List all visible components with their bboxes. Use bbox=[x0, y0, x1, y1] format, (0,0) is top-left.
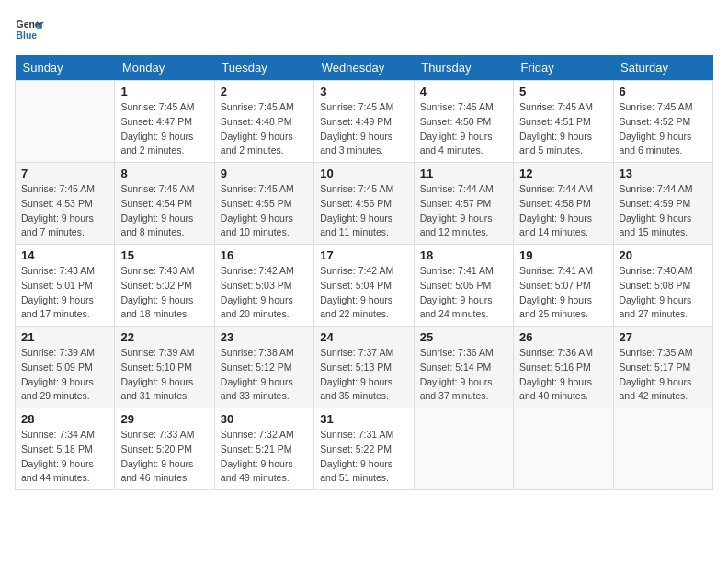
day-info: Sunrise: 7:41 AMSunset: 5:07 PMDaylight:… bbox=[519, 264, 607, 322]
weekday-header: Monday bbox=[115, 55, 214, 81]
calendar-table: SundayMondayTuesdayWednesdayThursdayFrid… bbox=[15, 55, 713, 490]
sunrise-text: Sunrise: 7:33 AM bbox=[120, 428, 208, 442]
day-info: Sunrise: 7:33 AMSunset: 5:20 PMDaylight:… bbox=[120, 428, 208, 486]
sunrise-text: Sunrise: 7:42 AM bbox=[320, 264, 407, 279]
sunrise-text: Sunrise: 7:45 AM bbox=[320, 182, 407, 197]
sunrise-text: Sunrise: 7:45 AM bbox=[221, 100, 308, 115]
sunset-text: Sunset: 5:10 PM bbox=[120, 361, 208, 375]
daylight-text: Daylight: 9 hours and 7 minutes. bbox=[21, 212, 108, 241]
daylight-text: Daylight: 9 hours and 4 minutes. bbox=[420, 130, 507, 159]
day-number: 19 bbox=[519, 248, 607, 262]
daylight-text: Daylight: 9 hours and 12 minutes. bbox=[420, 212, 507, 241]
sunset-text: Sunset: 5:13 PM bbox=[320, 361, 407, 375]
header-row: SundayMondayTuesdayWednesdayThursdayFrid… bbox=[16, 55, 713, 81]
calendar-week-row: 1Sunrise: 7:45 AMSunset: 4:47 PMDaylight… bbox=[16, 81, 713, 163]
sunset-text: Sunset: 5:18 PM bbox=[21, 442, 108, 457]
calendar-cell bbox=[16, 81, 115, 163]
weekday-header: Sunday bbox=[16, 55, 115, 81]
sunset-text: Sunset: 4:59 PM bbox=[620, 197, 707, 212]
daylight-text: Daylight: 9 hours and 3 minutes. bbox=[320, 130, 407, 159]
calendar-cell: 8Sunrise: 7:45 AMSunset: 4:54 PMDaylight… bbox=[115, 163, 214, 245]
sunset-text: Sunset: 5:05 PM bbox=[420, 279, 507, 293]
day-number: 24 bbox=[320, 330, 407, 344]
daylight-text: Daylight: 9 hours and 10 minutes. bbox=[221, 212, 308, 241]
sunset-text: Sunset: 4:54 PM bbox=[120, 197, 208, 212]
calendar-cell: 27Sunrise: 7:35 AMSunset: 5:17 PMDayligh… bbox=[613, 327, 712, 408]
day-info: Sunrise: 7:35 AMSunset: 5:17 PMDaylight:… bbox=[620, 346, 707, 404]
sunrise-text: Sunrise: 7:32 AM bbox=[221, 428, 308, 442]
calendar-cell: 13Sunrise: 7:44 AMSunset: 4:59 PMDayligh… bbox=[613, 163, 712, 245]
sunrise-text: Sunrise: 7:36 AM bbox=[519, 346, 607, 361]
day-info: Sunrise: 7:36 AMSunset: 5:16 PMDaylight:… bbox=[519, 346, 607, 404]
day-number: 15 bbox=[120, 248, 208, 262]
daylight-text: Daylight: 9 hours and 8 minutes. bbox=[120, 212, 208, 241]
day-number: 25 bbox=[420, 330, 507, 344]
page-header: General Blue bbox=[15, 15, 713, 44]
day-number: 22 bbox=[120, 330, 208, 344]
day-info: Sunrise: 7:45 AMSunset: 4:47 PMDaylight:… bbox=[120, 100, 208, 158]
sunrise-text: Sunrise: 7:35 AM bbox=[620, 346, 707, 361]
logo: General Blue bbox=[15, 15, 44, 44]
day-info: Sunrise: 7:45 AMSunset: 4:56 PMDaylight:… bbox=[320, 182, 407, 240]
day-info: Sunrise: 7:45 AMSunset: 4:50 PMDaylight:… bbox=[420, 100, 507, 158]
day-number: 10 bbox=[320, 167, 407, 180]
day-info: Sunrise: 7:45 AMSunset: 4:53 PMDaylight:… bbox=[21, 182, 108, 240]
sunrise-text: Sunrise: 7:44 AM bbox=[620, 182, 707, 197]
sunset-text: Sunset: 5:22 PM bbox=[320, 442, 407, 457]
sunrise-text: Sunrise: 7:44 AM bbox=[519, 182, 607, 197]
svg-text:Blue: Blue bbox=[17, 30, 38, 40]
day-info: Sunrise: 7:36 AMSunset: 5:14 PMDaylight:… bbox=[420, 346, 507, 404]
day-number: 21 bbox=[21, 330, 108, 344]
calendar-cell bbox=[613, 408, 712, 490]
day-number: 9 bbox=[221, 167, 308, 180]
day-number: 17 bbox=[320, 248, 407, 262]
sunrise-text: Sunrise: 7:41 AM bbox=[420, 264, 507, 279]
calendar-cell: 23Sunrise: 7:38 AMSunset: 5:12 PMDayligh… bbox=[214, 327, 313, 408]
weekday-header: Saturday bbox=[613, 55, 712, 81]
day-info: Sunrise: 7:39 AMSunset: 5:10 PMDaylight:… bbox=[120, 346, 208, 404]
sunrise-text: Sunrise: 7:36 AM bbox=[420, 346, 507, 361]
day-info: Sunrise: 7:44 AMSunset: 4:58 PMDaylight:… bbox=[519, 182, 607, 240]
daylight-text: Daylight: 9 hours and 15 minutes. bbox=[620, 212, 707, 241]
daylight-text: Daylight: 9 hours and 20 minutes. bbox=[221, 293, 308, 323]
day-number: 7 bbox=[21, 167, 108, 180]
calendar-cell: 9Sunrise: 7:45 AMSunset: 4:55 PMDaylight… bbox=[214, 163, 313, 245]
day-number: 14 bbox=[21, 248, 108, 262]
weekday-header: Tuesday bbox=[214, 55, 313, 81]
daylight-text: Daylight: 9 hours and 31 minutes. bbox=[120, 375, 208, 405]
day-info: Sunrise: 7:37 AMSunset: 5:13 PMDaylight:… bbox=[320, 346, 407, 404]
day-number: 27 bbox=[620, 330, 707, 344]
sunrise-text: Sunrise: 7:45 AM bbox=[21, 182, 108, 197]
sunset-text: Sunset: 5:04 PM bbox=[320, 279, 407, 293]
calendar-cell: 5Sunrise: 7:45 AMSunset: 4:51 PMDaylight… bbox=[514, 81, 613, 163]
day-info: Sunrise: 7:43 AMSunset: 5:02 PMDaylight:… bbox=[120, 264, 208, 322]
calendar-week-row: 7Sunrise: 7:45 AMSunset: 4:53 PMDaylight… bbox=[16, 163, 713, 245]
calendar-week-row: 28Sunrise: 7:34 AMSunset: 5:18 PMDayligh… bbox=[16, 408, 713, 490]
sunset-text: Sunset: 5:01 PM bbox=[21, 279, 108, 293]
sunset-text: Sunset: 5:02 PM bbox=[120, 279, 208, 293]
daylight-text: Daylight: 9 hours and 49 minutes. bbox=[221, 457, 308, 487]
calendar-cell: 11Sunrise: 7:44 AMSunset: 4:57 PMDayligh… bbox=[414, 163, 513, 245]
daylight-text: Daylight: 9 hours and 35 minutes. bbox=[320, 375, 407, 405]
day-info: Sunrise: 7:42 AMSunset: 5:04 PMDaylight:… bbox=[320, 264, 407, 322]
weekday-header: Thursday bbox=[414, 55, 513, 81]
day-info: Sunrise: 7:39 AMSunset: 5:09 PMDaylight:… bbox=[21, 346, 108, 404]
day-number: 28 bbox=[21, 412, 108, 426]
day-number: 3 bbox=[320, 85, 407, 98]
calendar-cell: 20Sunrise: 7:40 AMSunset: 5:08 PMDayligh… bbox=[613, 245, 712, 327]
calendar-cell: 7Sunrise: 7:45 AMSunset: 4:53 PMDaylight… bbox=[16, 163, 115, 245]
daylight-text: Daylight: 9 hours and 25 minutes. bbox=[519, 293, 607, 323]
sunset-text: Sunset: 5:07 PM bbox=[519, 279, 607, 293]
day-info: Sunrise: 7:43 AMSunset: 5:01 PMDaylight:… bbox=[21, 264, 108, 322]
day-info: Sunrise: 7:45 AMSunset: 4:49 PMDaylight:… bbox=[320, 100, 407, 158]
calendar-cell: 15Sunrise: 7:43 AMSunset: 5:02 PMDayligh… bbox=[115, 245, 214, 327]
calendar-cell: 26Sunrise: 7:36 AMSunset: 5:16 PMDayligh… bbox=[514, 327, 613, 408]
day-number: 6 bbox=[620, 85, 707, 98]
daylight-text: Daylight: 9 hours and 14 minutes. bbox=[519, 212, 607, 241]
day-info: Sunrise: 7:40 AMSunset: 5:08 PMDaylight:… bbox=[620, 264, 707, 322]
calendar-week-row: 21Sunrise: 7:39 AMSunset: 5:09 PMDayligh… bbox=[16, 327, 713, 408]
sunrise-text: Sunrise: 7:43 AM bbox=[21, 264, 108, 279]
daylight-text: Daylight: 9 hours and 2 minutes. bbox=[120, 130, 208, 159]
calendar-cell: 18Sunrise: 7:41 AMSunset: 5:05 PMDayligh… bbox=[414, 245, 513, 327]
day-info: Sunrise: 7:41 AMSunset: 5:05 PMDaylight:… bbox=[420, 264, 507, 322]
